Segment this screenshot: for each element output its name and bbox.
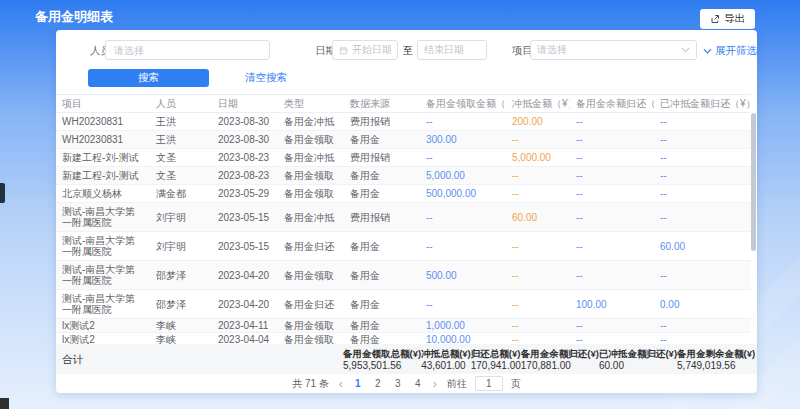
expand-filters-label: 展开筛选	[715, 44, 757, 58]
cell-balance_return: --	[570, 319, 654, 333]
date-end-placeholder: 结束日期	[424, 43, 464, 57]
cell-type: 备用金领取	[278, 261, 344, 290]
cell-offset_return: 60.00	[654, 232, 751, 261]
cell-person: 邵梦泽	[150, 290, 212, 319]
table-header-row: 项目人员日期类型数据来源备用金领取金额（¥）冲抵金额（¥）备用金余额归还（¥）已…	[56, 95, 751, 113]
cell-balance_return: 100.00	[570, 290, 654, 319]
cell-received: --	[420, 290, 506, 319]
column-header: 备用金领取金额（¥）	[420, 95, 506, 113]
export-button-label: 导出	[724, 12, 745, 26]
total-count: 共 71 条	[292, 377, 329, 391]
cell-date: 2023-08-30	[212, 113, 278, 131]
summary-item-value: 43,601.00	[421, 360, 471, 371]
table-row[interactable]: 测试-南昌大学第一附属医院刘宇明2023-05-15备用金归还备用金------…	[56, 232, 751, 261]
person-select[interactable]	[105, 40, 270, 60]
table-row[interactable]: 新建工程-刘-测试文圣2023-08-23备用金冲抵费用报销--5,000.00…	[56, 149, 751, 167]
cell-date: 2023-04-04	[212, 333, 278, 345]
page-button[interactable]: 3	[393, 378, 403, 389]
page-button[interactable]: 2	[373, 378, 383, 389]
table-row[interactable]: 北京顺义杨林满金都2023-05-29备用金领取备用金500,000.00---…	[56, 185, 751, 203]
cell-balance_return: --	[570, 261, 654, 290]
summary-item-value: 5,953,501.56	[343, 360, 421, 371]
summary-item: 归还总额(¥)170,941.00	[471, 348, 521, 371]
cell-date: 2023-05-29	[212, 185, 278, 203]
cell-received: 500,000.00	[420, 185, 506, 203]
cell-offset: 5,000.00	[506, 149, 570, 167]
cell-person: 李峡	[150, 319, 212, 333]
table-row[interactable]: WH20230831王洪2023-08-30备用金冲抵费用报销--200.00-…	[56, 113, 751, 131]
export-button[interactable]: 导出	[700, 9, 755, 29]
summary-item-value: 170,881.00	[521, 360, 599, 371]
cell-source: 备用金	[344, 232, 420, 261]
table-row[interactable]: 测试-南昌大学第一附属医院刘宇明2023-05-15备用金冲抵费用报销--60.…	[56, 203, 751, 232]
vertical-scrollbar[interactable]	[751, 113, 756, 251]
table-row[interactable]: WH20230831王洪2023-08-30备用金领取备用金300.00----…	[56, 131, 751, 149]
column-header: 冲抵金额（¥）	[506, 95, 570, 113]
action-bar: 搜索 清空搜索	[88, 69, 757, 87]
summary-item: 已冲抵金额归还(¥)60.00	[599, 348, 677, 371]
prev-page-icon[interactable]: ‹	[337, 379, 345, 389]
table-row[interactable]: 测试-南昌大学第一附属医院邵梦泽2023-04-20备用金归还备用金----10…	[56, 290, 751, 319]
cell-date: 2023-08-23	[212, 167, 278, 185]
clear-search-link[interactable]: 清空搜索	[245, 71, 287, 85]
table-row[interactable]: 测试-南昌大学第一附属医院邵梦泽2023-04-20备用金领取备用金500.00…	[56, 261, 751, 290]
cell-person: 刘宇明	[150, 203, 212, 232]
project-select[interactable]: 请选择	[530, 40, 697, 60]
cell-offset: 60.00	[506, 203, 570, 232]
page-button[interactable]: 4	[413, 378, 423, 389]
date-end-input[interactable]: 结束日期	[417, 40, 487, 60]
cell-date: 2023-05-15	[212, 203, 278, 232]
cell-offset_return: --	[654, 203, 751, 232]
column-header: 项目	[56, 95, 150, 113]
summary-item-label: 备用金剩余金额(¥)	[677, 348, 755, 359]
cell-project: 新建工程-刘-测试	[56, 149, 150, 167]
summary-row: 合计 备用金领取总额(¥)5,953,501.56冲抵总额(¥)43,601.0…	[56, 344, 757, 374]
content-card: 人员 日期 开始日期 至 结束日期 项目 请选择	[56, 30, 757, 393]
cell-type: 备用金冲抵	[278, 149, 344, 167]
cell-offset: --	[506, 261, 570, 290]
page-button[interactable]: 1	[353, 378, 363, 389]
cell-balance_return: --	[570, 185, 654, 203]
cell-received: --	[420, 113, 506, 131]
expand-filters-link[interactable]: 展开筛选	[703, 44, 757, 58]
column-header: 日期	[212, 95, 278, 113]
search-button[interactable]: 搜索	[88, 69, 209, 87]
cell-date: 2023-08-23	[212, 149, 278, 167]
next-page-icon[interactable]: ›	[431, 379, 439, 389]
cell-balance_return: --	[570, 113, 654, 131]
summary-item-label: 冲抵总额(¥)	[421, 348, 471, 359]
cell-source: 备用金	[344, 319, 420, 333]
drawer-handle[interactable]	[0, 183, 5, 203]
table-row[interactable]: lx测试2李峡2023-04-04备用金领取备用金10,000.00------	[56, 333, 751, 345]
cell-received: 500.00	[420, 261, 506, 290]
cell-person: 刘宇明	[150, 232, 212, 261]
summary-label: 合计	[62, 344, 83, 374]
data-table: 项目人员日期类型数据来源备用金领取金额（¥）冲抵金额（¥）备用金余额归还（¥）已…	[56, 94, 757, 344]
column-header: 类型	[278, 95, 344, 113]
cell-received: 5,000.00	[420, 167, 506, 185]
cell-offset: --	[506, 333, 570, 345]
summary-item-value: 170,941.00	[471, 360, 521, 371]
cell-project: WH20230831	[56, 113, 150, 131]
column-header: 数据来源	[344, 95, 420, 113]
table-row[interactable]: lx测试2李峡2023-04-11备用金领取备用金1,000.00------	[56, 319, 751, 333]
cell-balance_return: --	[570, 203, 654, 232]
cell-source: 费用报销	[344, 113, 420, 131]
cell-offset_return: --	[654, 113, 751, 131]
cell-balance_return: --	[570, 131, 654, 149]
summary-item: 备用金领取总额(¥)5,953,501.56	[343, 348, 421, 371]
cell-person: 文圣	[150, 167, 212, 185]
cell-source: 备用金	[344, 261, 420, 290]
cell-type: 备用金领取	[278, 333, 344, 345]
goto-page-input[interactable]	[475, 376, 503, 391]
cell-person: 王洪	[150, 113, 212, 131]
table-row[interactable]: 新建工程-刘-测试文圣2023-08-23备用金领取备用金5,000.00---…	[56, 167, 751, 185]
cell-date: 2023-04-20	[212, 290, 278, 319]
cell-balance_return: --	[570, 333, 654, 345]
date-start-input[interactable]: 开始日期	[332, 40, 398, 60]
app-window: 备用金明细表 导出 人员 日期 开始日期 至	[0, 0, 800, 409]
column-header: 已冲抵金额归还（¥）	[654, 95, 751, 113]
cell-source: 费用报销	[344, 203, 420, 232]
cell-person: 王洪	[150, 131, 212, 149]
pagination: 共 71 条 ‹ 1234 › 前往 页	[56, 374, 757, 393]
